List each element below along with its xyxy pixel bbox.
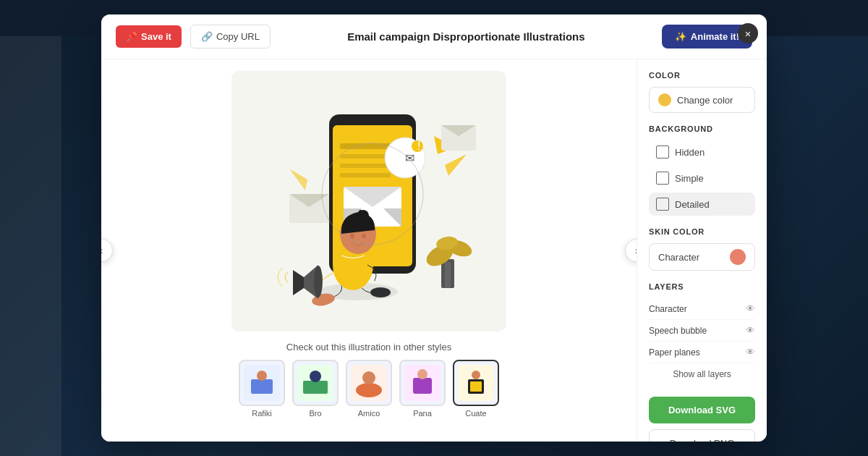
layers-title: LAYERS bbox=[649, 282, 755, 291]
illustration-area: ‹ › bbox=[101, 59, 637, 442]
bg-option-detailed[interactable]: Detailed bbox=[649, 193, 755, 216]
animate-label: Animate it! bbox=[691, 31, 739, 42]
skin-color-row[interactable]: Character bbox=[649, 243, 755, 271]
bg-option-simple[interactable]: Simple bbox=[649, 166, 755, 190]
bg-hidden-icon bbox=[656, 145, 669, 159]
thumbnail-img-cuate bbox=[453, 360, 499, 406]
thumbnail-pana[interactable]: Pana bbox=[399, 360, 446, 418]
thumbnail-row: Rafiki Bro Amico bbox=[239, 360, 499, 418]
download-svg-button[interactable]: Download SVG bbox=[649, 397, 755, 423]
layer-speech-bubble: Speech bubble 👁 bbox=[649, 320, 755, 342]
thumbnail-img-amico bbox=[346, 360, 392, 406]
change-color-button[interactable]: Change color bbox=[649, 87, 755, 113]
close-button[interactable]: × bbox=[738, 23, 758, 43]
svg-rect-22 bbox=[445, 262, 451, 288]
background-section: BACKGROUND Hidden Simple Detailed bbox=[649, 124, 755, 216]
layers-section: LAYERS Character 👁 Speech bubble 👁 Paper… bbox=[649, 282, 755, 385]
layer-speech-bubble-eye[interactable]: 👁 bbox=[746, 325, 755, 336]
svg-point-35 bbox=[350, 234, 354, 239]
download-png-button[interactable]: Download PNG bbox=[649, 429, 755, 442]
thumbnail-rafiki[interactable]: Rafiki bbox=[239, 360, 285, 418]
modal-overlay: × 📌 Save it 🔗 Copy URL Email campaign Di… bbox=[0, 0, 868, 456]
color-section: COLOR Change color bbox=[649, 71, 755, 113]
layer-paper-planes-eye[interactable]: 👁 bbox=[746, 347, 755, 358]
copy-url-button[interactable]: 🔗 Copy URL bbox=[190, 25, 271, 48]
modal-title: Email campaign Disproportionate Illustra… bbox=[279, 30, 653, 43]
thumbnail-img-rafiki bbox=[239, 360, 285, 406]
bg-simple-icon bbox=[656, 172, 669, 185]
svg-marker-16 bbox=[289, 169, 307, 190]
thumbnail-img-bro bbox=[292, 360, 339, 406]
bg-hidden-label: Hidden bbox=[675, 147, 705, 158]
svg-point-53 bbox=[472, 371, 480, 379]
save-button[interactable]: 📌 Save it bbox=[116, 25, 182, 48]
show-all-layers[interactable]: Show all layers bbox=[649, 363, 755, 385]
main-illustration: ✉ ! bbox=[246, 85, 492, 317]
link-icon: 🔗 bbox=[201, 31, 213, 42]
bg-simple-label: Simple bbox=[675, 173, 704, 184]
layer-paper-planes: Paper planes 👁 bbox=[649, 342, 755, 363]
modal-container: × 📌 Save it 🔗 Copy URL Email campaign Di… bbox=[101, 14, 767, 442]
svg-point-40 bbox=[257, 371, 267, 381]
bg-detailed-icon bbox=[656, 198, 669, 211]
svg-point-45 bbox=[356, 383, 382, 397]
svg-point-34 bbox=[357, 210, 369, 221]
style-thumbnails: Check out this illustration in other sty… bbox=[239, 342, 499, 418]
nav-arrow-left[interactable]: ‹ bbox=[101, 239, 113, 262]
modal-body: ‹ › bbox=[101, 59, 767, 442]
svg-point-36 bbox=[362, 234, 366, 239]
svg-point-28 bbox=[370, 287, 391, 297]
svg-marker-15 bbox=[445, 154, 467, 176]
skin-color-section: SKIN COLOR Character bbox=[649, 227, 755, 271]
illustration-frame: ✉ ! bbox=[231, 71, 506, 332]
thumbnail-label-bro: Bro bbox=[309, 409, 321, 418]
thumbnail-bro[interactable]: Bro bbox=[292, 360, 339, 418]
svg-rect-48 bbox=[413, 378, 432, 394]
skin-color-dot bbox=[730, 249, 746, 265]
svg-rect-42 bbox=[303, 381, 328, 394]
layer-character: Character 👁 bbox=[649, 298, 755, 320]
layer-speech-bubble-name: Speech bubble bbox=[649, 326, 707, 336]
thumbnail-amico[interactable]: Amico bbox=[346, 360, 392, 418]
svg-rect-5 bbox=[340, 173, 391, 177]
skin-label: Character bbox=[658, 252, 699, 263]
modal-header: 📌 Save it 🔗 Copy URL Email campaign Disp… bbox=[101, 14, 767, 59]
layer-paper-planes-name: Paper planes bbox=[649, 347, 700, 358]
svg-point-43 bbox=[310, 371, 321, 382]
thumbnail-label-cuate: Cuate bbox=[465, 409, 486, 418]
background-section-title: BACKGROUND bbox=[649, 124, 755, 133]
nav-arrow-right[interactable]: › bbox=[625, 239, 637, 262]
color-section-title: COLOR bbox=[649, 71, 755, 80]
thumbnail-cuate[interactable]: Cuate bbox=[453, 360, 499, 418]
layer-character-name: Character bbox=[649, 304, 687, 314]
save-label: Save it bbox=[141, 31, 171, 42]
bg-option-hidden[interactable]: Hidden bbox=[649, 140, 755, 164]
svg-marker-30 bbox=[293, 270, 304, 295]
layer-character-eye[interactable]: 👁 bbox=[746, 303, 755, 314]
wand-icon: ✨ bbox=[675, 31, 686, 42]
color-dot bbox=[658, 93, 671, 106]
thumbnails-title: Check out this illustration in other sty… bbox=[239, 342, 499, 352]
change-color-label: Change color bbox=[677, 95, 733, 106]
pin-icon: 📌 bbox=[126, 31, 137, 42]
thumbnail-label-pana: Pana bbox=[413, 409, 432, 418]
skin-color-title: SKIN COLOR bbox=[649, 227, 755, 236]
svg-text:✉: ✉ bbox=[405, 152, 414, 164]
bg-detailed-label: Detailed bbox=[675, 199, 710, 210]
svg-point-32 bbox=[314, 266, 323, 297]
right-panel: COLOR Change color BACKGROUND Hidden bbox=[637, 59, 767, 442]
svg-text:!: ! bbox=[417, 140, 420, 152]
thumbnail-label-rafiki: Rafiki bbox=[252, 409, 272, 418]
copy-url-label: Copy URL bbox=[216, 31, 260, 42]
thumbnail-img-pana bbox=[399, 360, 446, 406]
svg-rect-39 bbox=[251, 379, 273, 394]
svg-point-46 bbox=[362, 371, 375, 384]
svg-rect-52 bbox=[470, 381, 482, 392]
svg-point-49 bbox=[417, 369, 427, 379]
thumbnail-label-amico: Amico bbox=[358, 409, 380, 418]
